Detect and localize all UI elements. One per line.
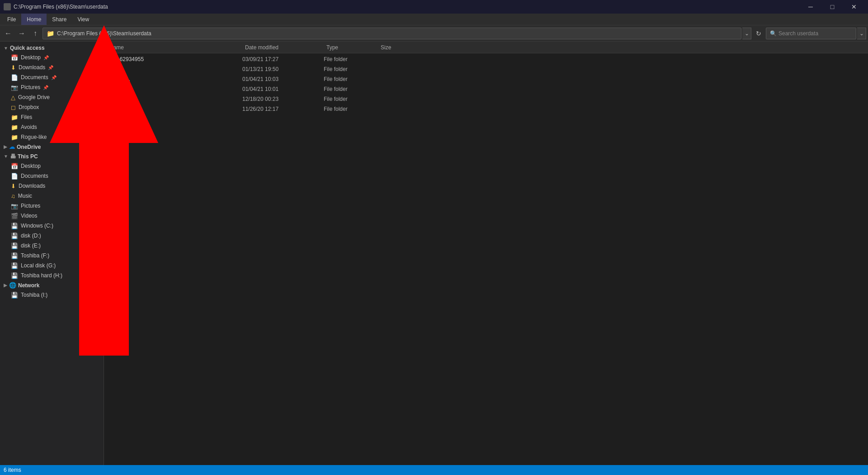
file-name: 📁 ... — [107, 106, 242, 113]
app-icon — [4, 3, 11, 10]
content-area: Name Date modified Type Size 📁 162934955… — [104, 42, 868, 465]
pc-videos-label: Videos — [21, 213, 37, 219]
desktop-pin-icon: 📌 — [43, 55, 49, 60]
drive-f-icon: 💾 — [11, 252, 18, 259]
documents-folder-icon: 📄 — [11, 74, 18, 81]
col-header-type[interactable]: Type — [323, 42, 377, 53]
status-bar: 6 items — [0, 465, 868, 475]
table-row[interactable]: 📁 0 01/13/21 19:50 File folder — [105, 64, 867, 74]
sidebar-item-pc-documents[interactable]: 📄 Documents — [0, 171, 104, 181]
sidebar-item-drive-h[interactable]: 💾 Toshiba hard (H:) — [0, 271, 104, 280]
pc-pictures-label: Pictures — [21, 203, 40, 209]
pictures-folder-icon: 📷 — [11, 84, 18, 91]
documents-pin-icon: 📌 — [51, 75, 57, 80]
file-folder-icon: 📁 — [107, 56, 114, 63]
sidebar-item-drive-c[interactable]: 💾 Windows (C:) — [0, 221, 104, 231]
col-header-date[interactable]: Date modified — [241, 42, 323, 53]
file-date: 01/04/21 10:01 — [242, 86, 324, 92]
sidebar-item-drive-d[interactable]: 💾 disk (D:) — [0, 231, 104, 241]
address-expand-button[interactable]: ⌄ — [742, 28, 751, 39]
onedrive-header[interactable]: ▶ ☁ OneDrive — [0, 142, 104, 152]
drive-g-icon: 💾 — [11, 262, 18, 269]
sidebar-item-drive-g[interactable]: 💾 Local disk (G:) — [0, 261, 104, 271]
sidebar-item-files[interactable]: 📁 Files — [0, 112, 104, 122]
sidebar-item-documents[interactable]: 📄 Documents 📌 — [0, 72, 104, 82]
file-name: 📁 136... — [107, 76, 242, 83]
table-row[interactable]: 📁 3... 01/04/21 10:01 File folder — [105, 84, 867, 94]
menu-home[interactable]: Home — [21, 14, 47, 25]
sidebar-item-dropbox[interactable]: ◻ Dropbox — [0, 102, 104, 112]
menu-file[interactable]: File — [2, 14, 21, 25]
file-name: 📁 0 — [107, 66, 242, 73]
file-folder-icon: 📁 — [107, 96, 114, 103]
search-bar[interactable]: 🔍 Search userdata — [766, 28, 856, 39]
drive-h-label: Toshiba hard (H:) — [21, 272, 62, 279]
sidebar-item-avoids[interactable]: 📁 Avoids — [0, 122, 104, 132]
sidebar-item-pc-downloads[interactable]: ⬇ Downloads — [0, 181, 104, 191]
drive-d-icon: 💾 — [11, 233, 18, 239]
documents-label: Documents — [21, 74, 48, 81]
avoids-folder-icon: 📁 — [11, 124, 18, 131]
sidebar-item-toshiba-i[interactable]: 💾 Toshiba (I:) — [0, 290, 104, 300]
file-folder-icon: 📁 — [107, 106, 114, 113]
thispc-icon: 🖶 — [10, 153, 16, 160]
drive-h-icon: 💾 — [11, 272, 18, 279]
network-header[interactable]: ▶ 🌐 Network — [0, 280, 104, 290]
sidebar-item-desktop[interactable]: 📅 Desktop 📌 — [0, 52, 104, 62]
sidebar-item-pc-pictures[interactable]: 📷 Pictures — [0, 201, 104, 211]
file-date: 11/26/20 12:17 — [242, 106, 324, 112]
table-row[interactable]: 📁 ... 12/18/20 00:23 File folder — [105, 94, 867, 104]
file-date: 01/13/21 19:50 — [242, 66, 324, 72]
table-row[interactable]: 📁 ... 11/26/20 12:17 File folder — [105, 104, 867, 114]
network-icon: 🌐 — [9, 282, 16, 289]
maximize-button[interactable]: □ — [822, 0, 843, 14]
sidebar-item-drive-f[interactable]: 💾 Toshiba (F:) — [0, 251, 104, 261]
sidebar-item-downloads[interactable]: ⬇ Downloads 📌 — [0, 62, 104, 72]
address-bar[interactable]: 📁 C:\Program Files (x86)\Steam\userdata — [42, 28, 741, 39]
menu-view[interactable]: View — [72, 14, 94, 25]
drive-g-label: Local disk (G:) — [21, 262, 56, 269]
table-row[interactable]: 📁 162934955 03/09/21 17:27 File folder — [105, 54, 867, 64]
desktop-folder-icon: 📅 — [11, 54, 18, 61]
file-type: File folder — [324, 76, 378, 82]
thispc-label: This PC — [18, 153, 38, 160]
pc-documents-label: Documents — [21, 173, 48, 179]
dropbox-folder-icon: ◻ — [11, 104, 16, 111]
menu-share[interactable]: Share — [47, 14, 72, 25]
toshiba-i-label: Toshiba (I:) — [21, 292, 47, 298]
nav-bar: ← → ↑ 📁 C:\Program Files (x86)\Steam\use… — [0, 25, 868, 42]
sidebar-item-googledrive[interactable]: △ Google Drive — [0, 92, 104, 102]
pictures-pin-icon: 📌 — [43, 85, 48, 90]
search-expand-button[interactable]: ⌄ — [857, 28, 866, 39]
sidebar-item-pictures[interactable]: 📷 Pictures 📌 — [0, 82, 104, 92]
quick-access-header[interactable]: ▼ Quick access — [0, 43, 104, 52]
table-row[interactable]: 📁 136... 01/04/21 10:03 File folder — [105, 74, 867, 84]
close-button[interactable]: ✕ — [844, 0, 864, 14]
forward-button[interactable]: → — [15, 27, 28, 40]
file-date: 03/09/21 17:27 — [242, 56, 324, 62]
sidebar-item-drive-e[interactable]: 💾 disk (E:) — [0, 241, 104, 251]
sidebar-item-pc-desktop[interactable]: 📅 Desktop — [0, 161, 104, 171]
col-header-name[interactable]: Name — [106, 42, 241, 53]
sidebar-item-pc-videos[interactable]: 🎬 Videos — [0, 211, 104, 221]
pc-music-label: Music — [18, 193, 32, 199]
sidebar-item-roguelike[interactable]: 📁 Rogue-like — [0, 132, 104, 142]
drive-c-icon: 💾 — [11, 223, 18, 229]
thispc-header[interactable]: ▼ 🖶 This PC — [0, 152, 104, 161]
sidebar: ▼ Quick access 📅 Desktop 📌 ⬇ Downloads 📌… — [0, 42, 104, 465]
googledrive-folder-icon: △ — [11, 94, 15, 101]
refresh-button[interactable]: ↻ — [752, 27, 765, 40]
onedrive-chevron: ▶ — [4, 144, 7, 149]
file-type: File folder — [324, 56, 378, 62]
folder-icon: 📁 — [47, 30, 54, 37]
files-folder-icon: 📁 — [11, 114, 18, 121]
back-button[interactable]: ← — [2, 27, 14, 40]
search-placeholder: Search userdata — [778, 30, 818, 37]
dropbox-label: Dropbox — [19, 104, 39, 110]
col-header-size[interactable]: Size — [377, 42, 422, 53]
item-count: 6 items — [4, 467, 21, 473]
file-folder-icon: 📁 — [107, 66, 114, 73]
sidebar-item-pc-music[interactable]: ♫ Music — [0, 191, 104, 201]
minimize-button[interactable]: ─ — [800, 0, 821, 14]
up-button[interactable]: ↑ — [29, 27, 42, 40]
